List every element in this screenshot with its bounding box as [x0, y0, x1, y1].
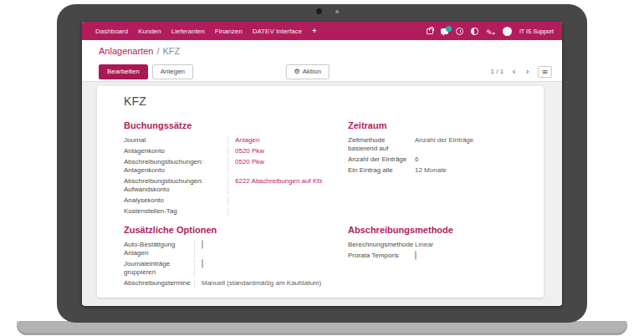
- form-sheet: KFZ Buchungssätze Journal Anlagen Anlage…: [97, 86, 544, 298]
- field-row-prorata-temporis: Prorata Temporis: [348, 252, 540, 260]
- group-title-optionen: Zusätzliche Optionen: [124, 225, 335, 235]
- field-label: Ein Eintrag alle: [348, 166, 415, 175]
- field-label: Kostenstellen-Tag: [124, 207, 227, 216]
- breadcrumb-separator: /: [156, 46, 159, 56]
- field-label: Berechnungsmethode: [348, 241, 415, 249]
- group-title-buchungssaetze: Buchungssätze: [124, 120, 335, 130]
- group-abschreibungsmethode: Abschreibungsmethode Berechnungsmethode …: [348, 225, 540, 290]
- laptop-base: [17, 321, 627, 335]
- webcam-icon: [316, 8, 322, 14]
- journaleintraege-gruppieren-checkbox[interactable]: [202, 259, 203, 268]
- group-buchungssaetze: Buchungssätze Journal Anlagen Anlagenkon…: [124, 120, 335, 218]
- avatar[interactable]: [503, 27, 512, 36]
- nav-item-finanzen[interactable]: Finanzen: [215, 28, 243, 35]
- field-label: Anzahl der Einträge: [348, 155, 415, 164]
- message-badge: [446, 26, 452, 32]
- create-button[interactable]: Anlegen: [152, 64, 193, 79]
- field-label: Journaleinträge gruppieren: [124, 260, 194, 277]
- messages-icon[interactable]: [441, 28, 448, 34]
- auto-bestaetigung-checkbox[interactable]: [202, 240, 203, 249]
- pencil-menu[interactable]: ✎▾: [486, 23, 495, 38]
- field-label: Zeitmethode basierend auf: [348, 136, 415, 153]
- field-label: Auto-Bestätigung Anlagen: [124, 241, 194, 257]
- nav-item-plus[interactable]: +: [312, 27, 316, 35]
- field-row-analysekonto: Analysekonto: [124, 196, 335, 205]
- group-title-zeitraum: Zeitraum: [348, 120, 540, 130]
- field-value-link[interactable]: 6222 Abschreibungen auf Kfz: [235, 177, 323, 185]
- pencil-icon: ✎: [486, 28, 493, 37]
- laptop-mockup: Dashboard Kunden Lieferanten Finanzen DA…: [0, 0, 644, 336]
- field-row-abschreibungstermine: Abschreibungstermine Manuell (standardmä…: [124, 279, 335, 288]
- action-button[interactable]: ⚙ Aktion: [286, 64, 330, 79]
- pager-prev-icon[interactable]: ‹: [510, 68, 517, 76]
- field-row-abschreibung-aufwandskonto: Abschreibungsbuchungen: Aufwandskonto 62…: [124, 177, 335, 194]
- field-value-link[interactable]: 0520 Pkw: [235, 158, 264, 165]
- nav-item-lieferanten[interactable]: Lieferanten: [171, 28, 205, 35]
- topbar-right-zone: ✎▾ IT IS Support: [427, 23, 554, 38]
- field-value: 6: [415, 155, 418, 164]
- caret-down-icon: ▾: [493, 30, 495, 36]
- group-zeitraum: Zeitraum Zeitmethode basierend auf Anzah…: [348, 120, 540, 218]
- breadcrumb-parent-link[interactable]: Anlagenarten: [99, 46, 153, 56]
- field-row-anlagenkonto: Anlagenkonto 0520 Pkw: [124, 147, 335, 155]
- field-label: Abschreibungstermine: [124, 279, 194, 288]
- nav-item-dashboard[interactable]: Dashboard: [95, 28, 128, 35]
- group-title-methode: Abschreibungsmethode: [348, 225, 540, 235]
- field-value-link[interactable]: Anlagen: [235, 136, 259, 144]
- field-value: Linear: [415, 241, 433, 249]
- top-nav-bar: Dashboard Kunden Lieferanten Finanzen DA…: [82, 22, 562, 40]
- field-row-berechnungsmethode: Berechnungsmethode Linear: [348, 241, 540, 249]
- webcam-led-icon: [335, 10, 339, 13]
- field-label: Anlagenkonto: [124, 147, 227, 155]
- field-row-anzahl-eintraege: Anzahl der Einträge 6: [348, 155, 540, 164]
- field-value-empty: [227, 196, 335, 205]
- field-value-empty: [227, 207, 335, 216]
- nav-item-datev-interface[interactable]: DATEV Interface: [253, 28, 302, 35]
- breadcrumb: Anlagenarten / KFZ: [82, 40, 562, 62]
- field-label: Journal: [124, 136, 227, 145]
- field-row-eintrag-alle: Ein Eintrag alle 12 Monate: [348, 166, 540, 175]
- app-window: Dashboard Kunden Lieferanten Finanzen DA…: [82, 22, 562, 306]
- record-title: KFZ: [124, 94, 527, 108]
- field-label: Prorata Temporis: [348, 252, 415, 260]
- user-menu-label[interactable]: IT IS Support: [519, 28, 554, 34]
- field-value: 12 Monate: [415, 166, 447, 175]
- field-value: Manuell (standardmäßig am Kaufdatum): [194, 279, 335, 288]
- group-zusaetzliche-optionen: Zusätzliche Optionen Auto-Bestätigung An…: [124, 225, 335, 290]
- field-value: Anzahl der Einträge: [415, 136, 473, 153]
- field-row-abschreibung-anlagenkonto: Abschreibungsbuchungen: Anlagenkonto 052…: [124, 158, 335, 175]
- view-switcher-button[interactable]: ≡: [538, 66, 552, 78]
- field-value-link[interactable]: 0520 Pkw: [235, 147, 264, 155]
- breadcrumb-current: KFZ: [163, 46, 181, 56]
- action-button-label: Aktion: [303, 69, 321, 75]
- nav-item-kunden[interactable]: Kunden: [138, 28, 161, 35]
- control-panel: Bearbeiten Anlegen ⚙ Aktion 1 / 1 ‹ › ≡: [82, 62, 562, 82]
- pager: 1 / 1 ‹ › ≡: [491, 66, 552, 78]
- pager-value: 1 / 1: [491, 68, 504, 75]
- field-row-journaleintraege-gruppieren: Journaleinträge gruppieren: [124, 260, 335, 277]
- bag-icon[interactable]: [427, 28, 433, 34]
- edit-button[interactable]: Bearbeiten: [99, 64, 148, 79]
- field-row-zeitmethode: Zeitmethode basierend auf Anzahl der Ein…: [348, 136, 540, 153]
- field-row-kostenstellen-tag: Kostenstellen-Tag: [124, 207, 335, 216]
- content-area: KFZ Buchungssätze Journal Anlagen Anlage…: [82, 82, 562, 305]
- field-label: Abschreibungsbuchungen: Anlagenkonto: [124, 158, 227, 175]
- field-label: Analysekonto: [124, 196, 227, 205]
- field-row-auto-bestaetigung: Auto-Bestätigung Anlagen: [124, 241, 335, 257]
- prorata-temporis-checkbox[interactable]: [415, 251, 417, 260]
- contrast-icon[interactable]: [471, 28, 478, 35]
- field-label: Abschreibungsbuchungen: Aufwandskonto: [124, 177, 227, 194]
- gear-icon: ⚙: [294, 69, 300, 75]
- field-row-journal: Journal Anlagen: [124, 136, 335, 145]
- activities-clock-icon[interactable]: [456, 28, 463, 35]
- pager-next-icon[interactable]: ›: [524, 68, 531, 76]
